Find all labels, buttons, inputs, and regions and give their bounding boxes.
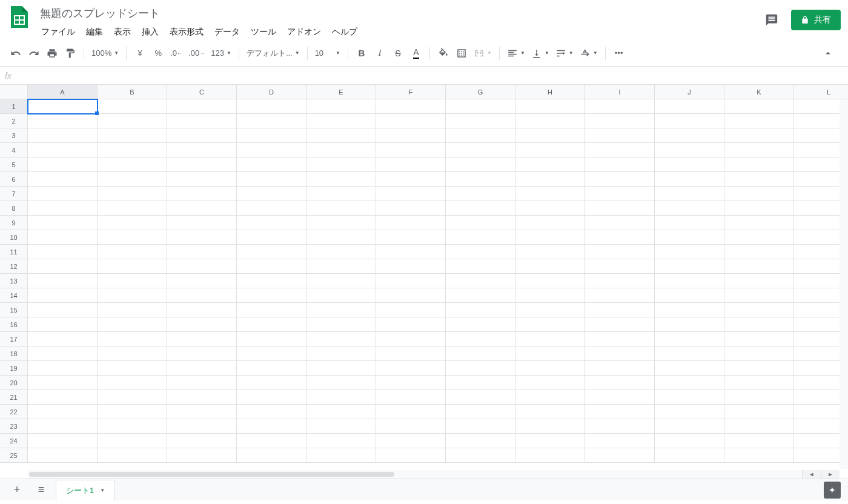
cell[interactable] <box>585 376 655 390</box>
cell[interactable] <box>515 419 585 434</box>
cell[interactable] <box>98 376 167 390</box>
cell[interactable] <box>655 346 724 361</box>
fill-color-button[interactable] <box>435 45 452 62</box>
cell[interactable] <box>306 114 376 128</box>
cell[interactable] <box>655 405 724 419</box>
cell[interactable] <box>724 405 794 419</box>
cell[interactable] <box>655 259 724 274</box>
sheet-tab-active[interactable]: シート1 ▼ <box>56 480 115 501</box>
cell[interactable] <box>724 317 794 332</box>
cell[interactable] <box>167 99 237 114</box>
cell[interactable] <box>585 288 655 303</box>
cell[interactable] <box>237 419 306 434</box>
cell[interactable] <box>724 434 794 448</box>
cell[interactable] <box>446 434 515 448</box>
cell[interactable] <box>446 158 515 172</box>
cell[interactable] <box>98 216 167 230</box>
cell[interactable] <box>515 274 585 288</box>
cell[interactable] <box>446 419 515 434</box>
cell[interactable] <box>724 128 794 143</box>
cell[interactable] <box>237 99 306 114</box>
cell[interactable] <box>167 128 237 143</box>
cell[interactable] <box>585 216 655 230</box>
cell[interactable] <box>446 259 515 274</box>
cell[interactable] <box>98 288 167 303</box>
cell[interactable] <box>724 259 794 274</box>
row-header[interactable]: 7 <box>0 187 28 201</box>
row-header[interactable]: 17 <box>0 332 28 346</box>
cell[interactable] <box>306 405 376 419</box>
row-header[interactable]: 10 <box>0 230 28 245</box>
cell[interactable] <box>515 158 585 172</box>
cell[interactable] <box>515 332 585 346</box>
cell[interactable] <box>306 245 376 259</box>
cell[interactable] <box>237 216 306 230</box>
cell[interactable] <box>237 361 306 376</box>
cell[interactable] <box>376 245 446 259</box>
cell[interactable] <box>376 434 446 448</box>
cell[interactable] <box>237 317 306 332</box>
bold-button[interactable]: B <box>353 45 370 62</box>
column-header[interactable]: G <box>446 85 515 99</box>
column-header[interactable]: K <box>724 85 794 99</box>
cell[interactable] <box>376 317 446 332</box>
cell[interactable] <box>167 376 237 390</box>
cell[interactable] <box>515 390 585 405</box>
cell[interactable] <box>306 99 376 114</box>
cell[interactable] <box>28 158 98 172</box>
column-header[interactable]: E <box>306 85 376 99</box>
row-header[interactable]: 14 <box>0 288 28 303</box>
print-button[interactable] <box>44 45 61 62</box>
cell[interactable] <box>724 332 794 346</box>
cell[interactable] <box>306 128 376 143</box>
cell[interactable] <box>515 434 585 448</box>
cell[interactable] <box>724 390 794 405</box>
cell[interactable] <box>515 317 585 332</box>
cell[interactable] <box>98 405 167 419</box>
cell[interactable] <box>724 288 794 303</box>
cell[interactable] <box>376 201 446 216</box>
cell[interactable] <box>306 172 376 187</box>
column-header[interactable]: I <box>585 85 655 99</box>
cell[interactable] <box>515 143 585 158</box>
cell[interactable] <box>306 216 376 230</box>
cell[interactable] <box>376 419 446 434</box>
cell[interactable] <box>376 259 446 274</box>
cell[interactable] <box>446 245 515 259</box>
paint-format-button[interactable] <box>62 45 79 62</box>
decrease-decimal-button[interactable]: .0← <box>168 45 185 62</box>
cell[interactable] <box>167 346 237 361</box>
collapse-toolbar-button[interactable] <box>815 48 841 59</box>
document-title[interactable]: 無題のスプレッドシート <box>36 5 762 22</box>
cell[interactable] <box>724 99 794 114</box>
cell[interactable] <box>515 376 585 390</box>
cell[interactable] <box>655 128 724 143</box>
cell[interactable] <box>98 317 167 332</box>
cell[interactable] <box>28 114 98 128</box>
cell[interactable] <box>724 361 794 376</box>
cell[interactable] <box>446 99 515 114</box>
cell[interactable] <box>98 361 167 376</box>
cell[interactable] <box>306 158 376 172</box>
cell[interactable] <box>655 434 724 448</box>
cell[interactable] <box>306 187 376 201</box>
cell[interactable] <box>167 317 237 332</box>
cell[interactable] <box>306 303 376 317</box>
cell[interactable] <box>167 230 237 245</box>
cell[interactable] <box>306 259 376 274</box>
cell[interactable] <box>306 376 376 390</box>
cell[interactable] <box>655 332 724 346</box>
cell[interactable] <box>28 434 98 448</box>
cell[interactable] <box>98 128 167 143</box>
column-header[interactable]: B <box>98 85 167 99</box>
row-header[interactable]: 23 <box>0 419 28 434</box>
cell[interactable] <box>98 201 167 216</box>
cell[interactable] <box>724 172 794 187</box>
cell[interactable] <box>724 376 794 390</box>
menu-view[interactable]: 表示 <box>109 24 136 40</box>
cell[interactable] <box>28 317 98 332</box>
cell[interactable] <box>585 448 655 463</box>
add-sheet-button[interactable]: + <box>7 480 27 500</box>
cell[interactable] <box>28 448 98 463</box>
cell[interactable] <box>515 128 585 143</box>
